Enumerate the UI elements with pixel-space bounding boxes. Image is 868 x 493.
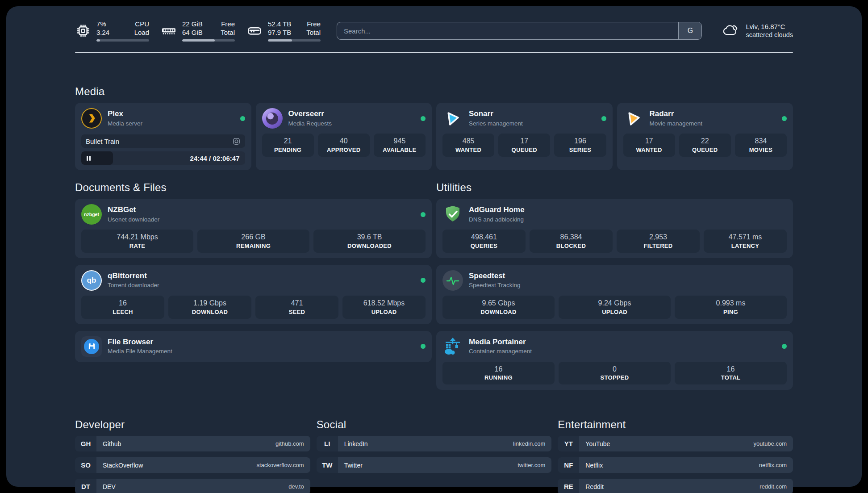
overseerr-icon <box>262 108 283 129</box>
link-name: Twitter <box>344 462 363 469</box>
stat-label: AVAILABLE <box>376 146 424 153</box>
filebrowser-icon <box>81 336 102 357</box>
cloud-icon <box>721 20 740 42</box>
stat-label: DOWNLOAD <box>444 309 553 315</box>
overseerr-card[interactable]: Overseerr Media Requests 21 PENDING 40 A… <box>256 103 432 170</box>
stat-value: 0.993 ms <box>676 299 785 308</box>
stat-label: SERIES <box>556 146 604 153</box>
filebrowser-card[interactable]: File Browser Media File Management <box>75 331 432 362</box>
stat-value: 9.65 Gbps <box>444 299 553 308</box>
link-url: github.com <box>275 440 304 447</box>
stat-value: 9.24 Gbps <box>560 299 669 308</box>
disk-icon <box>246 23 263 39</box>
stat-label: UPLOAD <box>560 309 669 315</box>
status-dot <box>421 278 426 283</box>
stat-tile: 17 WANTED <box>623 134 675 157</box>
stat-value: 266 GB <box>199 233 308 242</box>
stat-value: 47.571 ms <box>705 233 785 242</box>
nzbget-card[interactable]: nzbget NZBGet Usenet downloader 744.21 M… <box>75 199 432 258</box>
search-engine-button[interactable]: G <box>678 22 701 39</box>
stat-value: 40 <box>320 137 368 146</box>
stat-value: 16 <box>444 365 553 374</box>
speedtest-card[interactable]: Speedtest Speedtest Tracking 9.65 Gbps D… <box>436 265 793 324</box>
section-title-documents: Documents & Files <box>75 181 432 194</box>
memory-progress-bar <box>182 39 235 42</box>
stat-value: 196 <box>556 137 604 146</box>
link-abbr: SO <box>75 457 96 473</box>
stat-tile: 498,461 QUERIES <box>442 230 526 253</box>
plex-card[interactable]: Plex Media server Bullet Train <box>75 103 251 170</box>
section-title-media: Media <box>75 85 793 98</box>
speedtest-icon <box>442 270 463 291</box>
link-name: StackOverflow <box>103 462 143 469</box>
app-subtitle: Movie management <box>650 120 703 127</box>
link-url: netflix.com <box>759 462 787 468</box>
radarr-card[interactable]: Radarr Movie management 17 WANTED 22 QUE… <box>617 103 793 170</box>
portainer-icon <box>442 336 463 357</box>
link-abbr: GH <box>75 436 96 451</box>
link-netflix[interactable]: NF Netflix netflix.com <box>558 457 793 473</box>
app-subtitle: Torrent downloader <box>108 282 159 289</box>
link-name: Netflix <box>585 462 603 469</box>
stat-value: 16 <box>83 299 163 308</box>
adguard-card[interactable]: AdGuard Home DNS and adblocking 498,461 … <box>436 199 793 258</box>
stat-tile: 86,384 BLOCKED <box>530 230 613 253</box>
status-dot <box>421 344 426 349</box>
stat-tile: 17 QUEUED <box>498 134 550 157</box>
stat-label: RATE <box>83 242 192 249</box>
status-dot <box>421 116 426 121</box>
sonarr-card[interactable]: Sonarr Series management 485 WANTED 17 Q… <box>436 103 613 170</box>
storage-progress-bar <box>268 39 321 42</box>
storage-metric: 52.4 TB Free 97.9 TB Total <box>246 20 321 42</box>
link-url: reddit.com <box>760 483 787 490</box>
session-video-icon[interactable] <box>232 137 241 146</box>
link-dev[interactable]: DT DEV dev.to <box>75 479 310 493</box>
link-url: dev.to <box>288 483 304 490</box>
stat-label: PING <box>676 309 785 315</box>
stat-value: 834 <box>737 137 785 146</box>
stat-value: 744.21 Mbps <box>83 233 192 242</box>
stat-value: 39.6 TB <box>315 233 424 242</box>
now-playing-title: Bullet Train <box>86 138 119 145</box>
stat-label: SEED <box>257 309 337 315</box>
qbittorrent-card[interactable]: qb qBittorrent Torrent downloader 16 LEE… <box>75 265 432 324</box>
portainer-card[interactable]: Media Portainer Container management 16 … <box>436 331 793 390</box>
link-stackoverflow[interactable]: SO StackOverflow stackoverflow.com <box>75 457 310 473</box>
stat-value: 86,384 <box>531 233 611 242</box>
status-dot <box>421 212 426 217</box>
stat-label: LATENCY <box>705 242 785 249</box>
section-title-developer: Developer <box>75 418 310 431</box>
entertainment-links-section: Entertainment YT YouTube youtube.com NF … <box>558 418 793 493</box>
stat-value: 498,461 <box>444 233 524 242</box>
stat-value: 1.19 Gbps <box>170 299 250 308</box>
link-youtube[interactable]: YT YouTube youtube.com <box>558 436 793 451</box>
metric-label: Load <box>134 29 149 37</box>
social-links-section: Social LI LinkedIn linkedin.com TW Twitt… <box>317 418 552 493</box>
stat-tile: 9.24 Gbps UPLOAD <box>559 296 671 319</box>
stat-label: TOTAL <box>676 374 785 381</box>
link-reddit[interactable]: RE Reddit reddit.com <box>558 479 793 493</box>
link-github[interactable]: GH Github github.com <box>75 436 310 451</box>
metric-value: 64 GiB <box>182 29 206 37</box>
system-metrics: 7% CPU 3.24 Load <box>75 20 321 42</box>
stat-tile: 16 RUNNING <box>442 362 555 385</box>
link-url: linkedin.com <box>513 440 545 447</box>
section-title-social: Social <box>317 418 552 431</box>
radarr-icon <box>623 108 644 129</box>
link-twitter[interactable]: TW Twitter twitter.com <box>317 457 552 473</box>
pause-button[interactable] <box>87 156 91 161</box>
plex-icon <box>81 108 102 129</box>
stat-value: 21 <box>264 137 312 146</box>
stat-label: QUEUED <box>681 146 729 153</box>
app-name: Speedtest <box>469 272 521 280</box>
metric-label: CPU <box>135 20 149 29</box>
app-subtitle: Speedtest Tracking <box>469 282 521 289</box>
link-name: Github <box>103 440 121 447</box>
header-divider <box>75 52 793 53</box>
stat-label: REMAINING <box>199 242 308 249</box>
link-url: youtube.com <box>754 440 787 447</box>
link-linkedin[interactable]: LI LinkedIn linkedin.com <box>317 436 552 451</box>
search-input[interactable] <box>337 22 678 39</box>
stat-value: 17 <box>625 137 673 146</box>
stat-label: APPROVED <box>320 146 368 153</box>
